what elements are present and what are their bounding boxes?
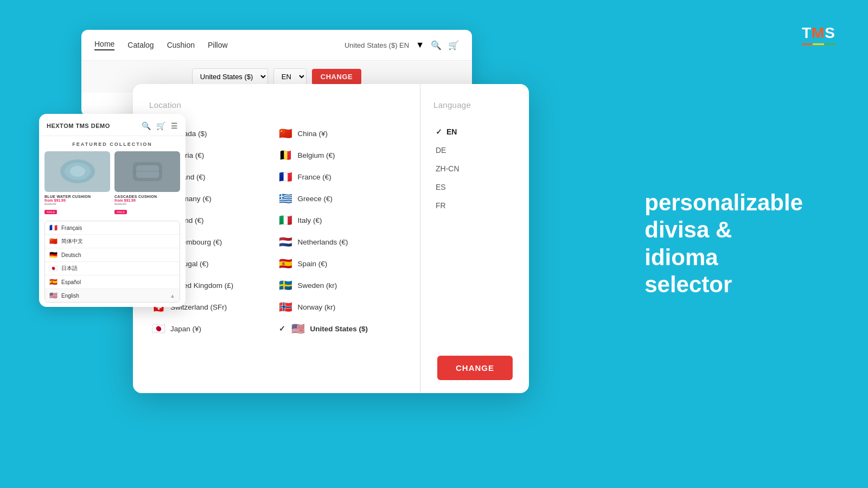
product-price-new-1: from $91.99 — [44, 198, 110, 202]
norway-flag: 🇳🇴 — [279, 300, 293, 313]
italy-flag: 🇮🇹 — [279, 214, 293, 227]
mobile-icons: 🔍 🛒 ☰ — [142, 121, 178, 130]
en-label: English — [61, 293, 79, 299]
lang-de[interactable]: DE — [433, 141, 516, 159]
mobile-menu-icon[interactable]: ☰ — [171, 121, 178, 130]
en-flag: 🇺🇸 — [49, 292, 58, 299]
sale-badge-2: SALE — [114, 210, 127, 214]
region-selector[interactable]: United States ($) EN — [344, 41, 409, 49]
country-select[interactable]: United States ($) — [192, 68, 268, 85]
country-spain[interactable]: 🇪🇸 Spain (€) — [277, 253, 404, 274]
nav-cushion[interactable]: Cushion — [167, 41, 195, 49]
lang-option-zh[interactable]: 🇨🇳 简体中文 — [45, 235, 180, 248]
sale-badge-1: SALE — [44, 210, 57, 214]
product-img-2 — [114, 151, 180, 192]
product-price-new-2: from $91.99 — [114, 198, 180, 202]
es-flag: 🇪🇸 — [49, 278, 58, 286]
zh-label: 简体中文 — [61, 237, 83, 245]
nav-pillow[interactable]: Pillow — [208, 41, 228, 49]
modal-footer: CHANGE — [437, 356, 513, 380]
modal-language-panel: Language ✓ EN DE ZH-CN ES FR — [420, 84, 529, 393]
nav-catalog[interactable]: Catalog — [127, 41, 154, 49]
country-greece[interactable]: 🇬🇷 Greece (€) — [277, 188, 404, 209]
product-name-1: BLUE WATER CUSHION — [44, 195, 110, 198]
product-name-2: CASCADES CUSHION — [114, 195, 180, 198]
china-flag: 🇨🇳 — [279, 127, 293, 140]
country-grid: 🇨🇦 Canada ($) 🇨🇳 China (¥) 🇦🇹 Austria (€… — [149, 123, 404, 339]
sweden-flag: 🇸🇪 — [279, 279, 293, 292]
usa-check: ✓ — [279, 324, 285, 333]
mobile-featured-label: FEATURED COLLECTION — [39, 136, 186, 151]
mobile-header: HEXTOM TMS DEMO 🔍 🛒 ☰ — [39, 114, 186, 136]
japan-flag: 🇯🇵 — [151, 322, 165, 335]
location-title: Location — [149, 100, 404, 110]
country-norway[interactable]: 🇳🇴 Norway (kr) — [277, 296, 404, 318]
language-title: Language — [433, 100, 516, 110]
lang-option-fr[interactable]: 🇫🇷 Français — [45, 221, 180, 235]
mobile-brand: HEXTOM TMS DEMO — [47, 123, 110, 129]
country-belgium[interactable]: 🇧🇪 Belgium (€) — [277, 144, 404, 166]
product-price-old-1: $106.99 — [44, 202, 110, 206]
nav-home[interactable]: Home — [94, 40, 114, 50]
mobile-product-2: CASCADES CUSHION from $91.99 $106.99 SAL… — [114, 151, 180, 215]
country-italy[interactable]: 🇮🇹 Italy (€) — [277, 209, 404, 231]
es-label: Español — [61, 279, 81, 285]
de-label: Deutsch — [61, 252, 81, 258]
de-flag: 🇩🇪 — [49, 251, 58, 259]
nav-right: United States ($) EN ▼ 🔍 🛒 — [344, 40, 459, 50]
zh-flag: 🇨🇳 — [49, 237, 58, 245]
lang-option-en[interactable]: 🇺🇸 English ▲ — [45, 289, 180, 302]
mobile-mockup: HEXTOM TMS DEMO 🔍 🛒 ☰ FEATURED COLLECTIO… — [39, 114, 186, 307]
mobile-cart-icon[interactable]: 🛒 — [156, 121, 165, 130]
country-netherlands[interactable]: 🇳🇱 Netherlands (€) — [277, 231, 404, 253]
mobile-product-1: BLUE WATER CUSHION from $91.99 $106.99 S… — [44, 151, 110, 215]
france-flag: 🇫🇷 — [279, 170, 293, 183]
cart-icon-btn[interactable]: 🛒 — [448, 40, 459, 50]
tms-underline — [802, 43, 835, 45]
country-sweden[interactable]: 🇸🇪 Sweden (kr) — [277, 274, 404, 296]
fr-label: Français — [61, 225, 82, 231]
country-japan[interactable]: 🇯🇵 Japan (¥) — [149, 318, 277, 339]
lang-option-ja[interactable]: 🇯🇵 日本語 — [45, 262, 180, 275]
ja-flag: 🇯🇵 — [49, 265, 58, 272]
lang-en[interactable]: ✓ EN — [433, 123, 516, 141]
mobile-search-icon[interactable]: 🔍 — [142, 121, 151, 130]
mobile-products: BLUE WATER CUSHION from $91.99 $106.99 S… — [39, 151, 186, 221]
greece-flag: 🇬🇷 — [279, 192, 293, 205]
lang-option-es[interactable]: 🇪🇸 Español — [45, 275, 180, 289]
belgium-flag: 🇧🇪 — [279, 149, 293, 162]
change-button-lg[interactable]: CHANGE — [437, 356, 513, 380]
product-img-1 — [44, 151, 110, 192]
lang-arrow-icon: ▲ — [170, 293, 175, 299]
country-china[interactable]: 🇨🇳 China (¥) — [277, 123, 404, 144]
lang-option-de[interactable]: 🇩🇪 Deutsch — [45, 248, 180, 262]
lang-zh-cn[interactable]: ZH-CN — [433, 159, 516, 178]
language-select[interactable]: EN — [273, 68, 307, 85]
product-price-old-2: $106.99 — [114, 202, 180, 206]
mobile-lang-dropdown: 🇫🇷 Français 🇨🇳 简体中文 🇩🇪 Deutsch 🇯🇵 日本語 🇪🇸… — [44, 221, 180, 303]
country-usa[interactable]: ✓ 🇺🇸 United States ($) — [277, 318, 404, 339]
ja-label: 日本語 — [61, 265, 78, 272]
tagline: personalizable divisa & idioma selector — [644, 189, 803, 299]
lang-fr[interactable]: FR — [433, 196, 516, 215]
change-button-sm[interactable]: CHANGE — [312, 69, 361, 85]
desktop-nav: Home Catalog Cushion Pillow United State… — [81, 30, 472, 61]
usa-flag: 🇺🇸 — [291, 322, 305, 335]
country-france[interactable]: 🇫🇷 France (€) — [277, 166, 404, 188]
main-modal: Location 🇨🇦 Canada ($) 🇨🇳 China (¥) 🇦🇹 A… — [133, 84, 529, 393]
spain-flag: 🇪🇸 — [279, 257, 293, 270]
search-icon-btn[interactable]: 🔍 — [431, 40, 442, 50]
svg-point-2 — [70, 166, 85, 177]
language-list: ✓ EN DE ZH-CN ES FR — [433, 123, 516, 215]
fr-flag: 🇫🇷 — [49, 224, 58, 232]
lang-es[interactable]: ES — [433, 178, 516, 196]
tms-logo: TMS — [802, 24, 835, 45]
netherlands-flag: 🇳🇱 — [279, 235, 293, 248]
